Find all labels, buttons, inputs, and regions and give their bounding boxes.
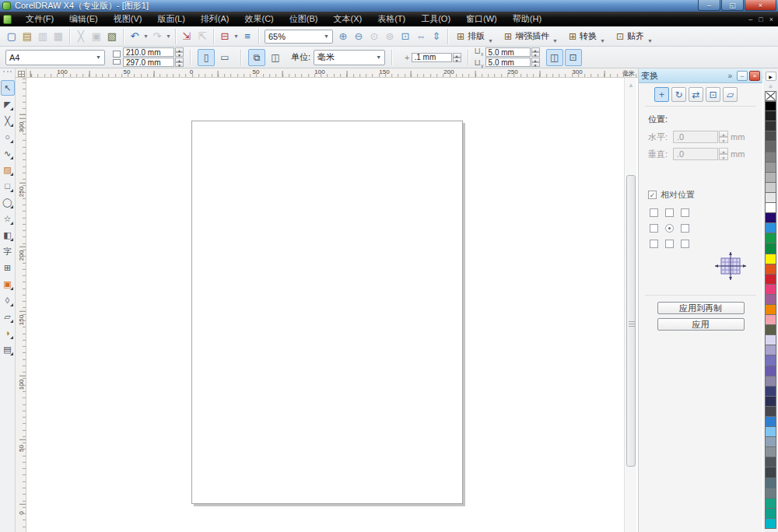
chevron-down-icon[interactable]: ▼ bbox=[142, 29, 149, 44]
duplicate-x-stepper[interactable]: ▲▼ bbox=[531, 47, 540, 57]
menu-item-10[interactable]: 窗口(W) bbox=[458, 12, 505, 26]
color-swatch[interactable] bbox=[765, 152, 776, 163]
palette-scroll-up-icon[interactable]: ▲ bbox=[766, 82, 776, 90]
chevron-down-icon[interactable]: ▼ bbox=[165, 29, 172, 44]
application-launcher-icon[interactable]: ⊟ bbox=[217, 29, 233, 44]
vertical-ruler[interactable]: 300250200150100500 bbox=[16, 78, 26, 532]
no-color-swatch[interactable] bbox=[765, 91, 776, 101]
anchor-checkbox-1[interactable] bbox=[665, 208, 674, 217]
transform-skew-tool-icon[interactable]: ▱ bbox=[723, 87, 738, 102]
menu-item-0[interactable]: 文件(F) bbox=[18, 12, 61, 26]
scrollbar-thumb[interactable] bbox=[626, 175, 636, 467]
blend-tool[interactable]: ▣ bbox=[1, 276, 15, 292]
color-swatch[interactable] bbox=[765, 488, 776, 499]
color-swatch[interactable] bbox=[765, 387, 776, 397]
duplicate-x-field[interactable]: 5.0 mm bbox=[485, 47, 531, 57]
vertical-scrollbar[interactable]: ▲ bbox=[624, 78, 636, 532]
zoom-out-icon[interactable]: ⊖ bbox=[351, 29, 366, 44]
drawing-canvas[interactable] bbox=[26, 78, 624, 532]
vertical-stepper[interactable]: ▲▼ bbox=[719, 148, 728, 160]
page-height-stepper[interactable]: ▲▼ bbox=[175, 58, 184, 67]
treat-as-filled-button[interactable]: ⊡ bbox=[565, 49, 582, 66]
anchor-checkbox-8[interactable] bbox=[681, 240, 689, 248]
color-swatch[interactable] bbox=[765, 243, 776, 254]
color-swatch[interactable] bbox=[765, 101, 776, 111]
paper-size-combo[interactable]: A4 ▼ bbox=[5, 50, 105, 65]
typesetting-button[interactable]: ⊞排版▼ bbox=[451, 28, 499, 45]
docker-close-button[interactable]: × bbox=[749, 71, 760, 81]
palette-flyout-icon[interactable]: ▶ bbox=[766, 72, 776, 81]
zoom-in-icon[interactable]: ⊕ bbox=[335, 29, 351, 44]
color-swatch[interactable] bbox=[765, 457, 776, 467]
anchor-checkbox-2[interactable] bbox=[681, 208, 689, 217]
chevron-down-icon[interactable]: ▼ bbox=[233, 29, 240, 44]
transform-rotate-tool-icon[interactable]: ↻ bbox=[671, 87, 686, 102]
relative-position-checkbox[interactable]: ✓ bbox=[648, 191, 657, 199]
color-swatch[interactable] bbox=[765, 111, 776, 121]
undo-icon[interactable]: ↶ bbox=[127, 29, 142, 44]
minimize-button[interactable]: – bbox=[698, 0, 720, 11]
page-height-field[interactable]: 297.0 mm bbox=[123, 58, 174, 67]
menu-item-6[interactable]: 位图(B) bbox=[282, 12, 326, 26]
anchor-checkbox-6[interactable] bbox=[650, 240, 658, 248]
pick-tool[interactable]: ↖ bbox=[1, 80, 15, 96]
color-swatch[interactable] bbox=[765, 295, 776, 305]
ruler-origin[interactable] bbox=[16, 68, 26, 78]
nudge-offset-field[interactable]: .1 mm bbox=[412, 53, 452, 62]
apply-to-duplicate-button[interactable]: 应用到再制 bbox=[657, 302, 745, 314]
crop-tool[interactable]: ╳ bbox=[1, 113, 15, 128]
anchor-checkbox-0[interactable] bbox=[650, 208, 658, 217]
apply-button[interactable]: 应用 bbox=[657, 318, 745, 331]
color-swatch[interactable] bbox=[765, 163, 776, 173]
anchor-center-radio[interactable] bbox=[665, 224, 674, 233]
nudge-offset-stepper[interactable]: ▲▼ bbox=[453, 53, 461, 62]
text-tool[interactable]: 字 bbox=[1, 243, 15, 259]
menu-item-4[interactable]: 排列(A) bbox=[193, 12, 237, 26]
doc-minimize-button[interactable]: – bbox=[748, 16, 752, 23]
transform-size-tool-icon[interactable]: ⊡ bbox=[706, 87, 720, 102]
color-swatch[interactable] bbox=[765, 173, 776, 183]
color-swatch[interactable] bbox=[765, 519, 776, 529]
duplicate-mode-button[interactable]: ◫ bbox=[546, 49, 563, 66]
color-swatch[interactable] bbox=[765, 275, 776, 285]
fill-tool[interactable]: ◑ bbox=[1, 325, 15, 341]
facing-pages-button[interactable]: ◫ bbox=[267, 49, 284, 66]
menu-item-9[interactable]: 工具(O) bbox=[413, 12, 458, 26]
color-swatch[interactable] bbox=[765, 335, 776, 345]
import-icon[interactable]: ⇲ bbox=[179, 29, 194, 44]
drawing-page[interactable] bbox=[191, 121, 463, 504]
convert-button[interactable]: ⊞转换▼ bbox=[563, 28, 611, 45]
anchor-checkbox-7[interactable] bbox=[665, 240, 674, 248]
color-swatch[interactable] bbox=[765, 417, 776, 427]
portrait-button[interactable]: ▯ bbox=[198, 49, 215, 66]
color-swatch[interactable] bbox=[765, 315, 776, 325]
color-swatch[interactable] bbox=[765, 193, 776, 203]
menu-item-2[interactable]: 视图(V) bbox=[106, 12, 150, 26]
color-swatch[interactable] bbox=[765, 183, 776, 193]
anchor-checkbox-3[interactable] bbox=[650, 224, 658, 233]
color-swatch[interactable] bbox=[765, 223, 776, 233]
menu-item-1[interactable]: 编辑(E) bbox=[61, 12, 106, 26]
welcome-screen-icon[interactable]: ≡ bbox=[240, 29, 255, 44]
horizontal-stepper[interactable]: ▲▼ bbox=[719, 131, 728, 143]
page-width-field[interactable]: 210.0 mm bbox=[123, 47, 174, 57]
ellipse-tool[interactable]: ◯ bbox=[1, 194, 15, 210]
restore-button[interactable]: ◱ bbox=[721, 0, 744, 11]
color-swatch[interactable] bbox=[765, 345, 776, 355]
transform-mirror-tool-icon[interactable]: ⇄ bbox=[689, 87, 703, 102]
color-swatch[interactable] bbox=[765, 305, 776, 315]
color-swatch[interactable] bbox=[765, 397, 776, 407]
table-tool[interactable]: ⊞ bbox=[1, 260, 15, 275]
zoom-page-height-icon[interactable]: ⇕ bbox=[429, 29, 444, 44]
close-button[interactable]: × bbox=[745, 0, 776, 11]
menu-item-3[interactable]: 版面(L) bbox=[149, 12, 192, 26]
color-swatch[interactable] bbox=[765, 499, 776, 509]
basic-shapes-tool[interactable]: ◧ bbox=[1, 227, 15, 243]
color-swatch[interactable] bbox=[765, 325, 776, 335]
menu-item-11[interactable]: 帮助(H) bbox=[505, 12, 549, 26]
doc-restore-button[interactable]: □ bbox=[759, 16, 762, 23]
color-swatch[interactable] bbox=[765, 509, 776, 519]
color-swatch[interactable] bbox=[765, 285, 776, 295]
duplicate-y-field[interactable]: 5.0 mm bbox=[485, 58, 531, 67]
page-width-stepper[interactable]: ▲▼ bbox=[175, 47, 184, 57]
